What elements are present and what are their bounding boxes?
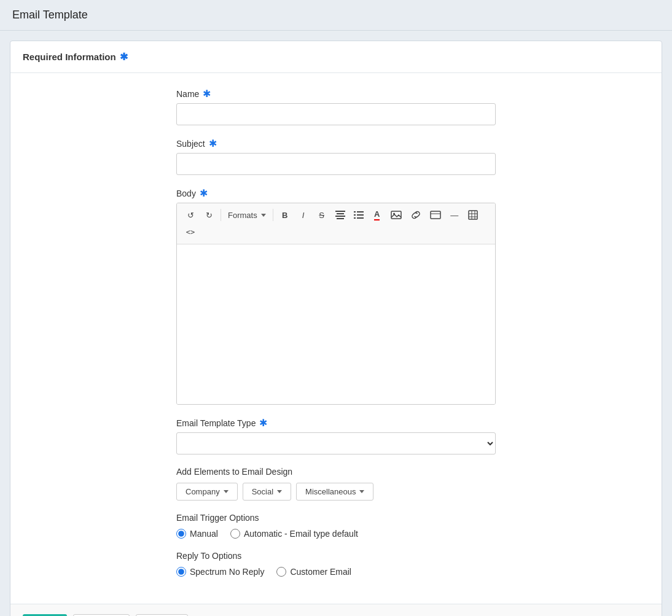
svg-rect-6 [354, 214, 356, 216]
company-label: Company [186, 487, 220, 496]
embed-button[interactable] [426, 207, 445, 223]
body-label: Body ✱ [176, 187, 496, 199]
page-title: Email Template [12, 9, 88, 21]
subject-group: Subject ✱ [176, 138, 496, 175]
spectrum-no-reply-radio[interactable] [176, 567, 186, 577]
form-body: Name ✱ Subject ✱ Body ✱ ↺ ↻ [10, 73, 662, 604]
italic-button[interactable]: I [295, 207, 312, 223]
add-elements-group: Add Elements to Email Design Company Soc… [176, 467, 496, 501]
email-template-type-group: Email Template Type ✱ [176, 417, 496, 454]
automatic-label: Automatic - Email type default [244, 529, 358, 539]
section-header: Required Information ✱ [10, 41, 662, 73]
spectrum-no-reply-option[interactable]: Spectrum No Reply [176, 567, 264, 577]
bold-button[interactable]: B [276, 207, 294, 223]
svg-rect-0 [335, 211, 345, 212]
link-icon [410, 211, 421, 219]
reply-to-radio-group: Spectrum No Reply Customer Email [176, 567, 496, 577]
svg-rect-2 [335, 216, 345, 217]
customer-email-option[interactable]: Customer Email [276, 567, 351, 577]
svg-rect-9 [357, 217, 364, 219]
strikethrough-icon: S [319, 211, 324, 220]
email-template-type-label: Email Template Type ✱ [176, 417, 496, 429]
required-star-header: ✱ [120, 51, 128, 63]
trigger-radio-group: Manual Automatic - Email type default [176, 529, 496, 539]
automatic-option[interactable]: Automatic - Email type default [230, 529, 358, 539]
section-title: Required Information [23, 52, 116, 62]
editor-toolbar: ↺ ↻ Formats B I S [177, 203, 495, 244]
miscellaneous-label: Miscellaneous [305, 487, 356, 496]
email-trigger-options-group: Email Trigger Options Manual Automatic -… [176, 513, 496, 539]
redo-button[interactable]: ↻ [200, 207, 217, 223]
automatic-radio[interactable] [230, 529, 240, 539]
svg-rect-8 [354, 217, 356, 219]
email-trigger-options-label: Email Trigger Options [176, 513, 496, 523]
svg-rect-4 [354, 211, 356, 212]
name-label: Name ✱ [176, 88, 496, 99]
formats-label: Formats [228, 211, 257, 220]
svg-rect-12 [431, 211, 440, 219]
customer-email-radio[interactable] [276, 567, 286, 577]
hr-button[interactable]: — [446, 207, 463, 223]
body-required-star: ✱ [200, 187, 208, 199]
text-color-icon: A [374, 209, 380, 220]
toolbar-divider-2 [273, 209, 273, 221]
align-icon [335, 211, 345, 219]
email-template-type-select[interactable] [176, 432, 496, 454]
svg-rect-10 [391, 211, 401, 219]
company-dropdown-button[interactable]: Company [176, 483, 238, 501]
embed-icon [430, 211, 441, 219]
manual-option[interactable]: Manual [176, 529, 218, 539]
name-input[interactable] [176, 103, 496, 125]
subject-label: Subject ✱ [176, 138, 496, 149]
toolbar-divider-1 [221, 209, 221, 221]
image-icon [391, 211, 402, 219]
subject-required-star: ✱ [209, 138, 217, 149]
manual-label: Manual [190, 529, 218, 539]
link-button[interactable] [407, 207, 425, 223]
hr-icon: — [450, 211, 458, 220]
bold-icon: B [282, 211, 287, 220]
social-label: Social [252, 487, 273, 496]
elements-buttons-group: Company Social Miscellaneous [176, 483, 496, 501]
name-required-star: ✱ [203, 88, 211, 99]
svg-rect-14 [469, 211, 477, 219]
form-footer: Save Preview Cancel [10, 604, 662, 616]
main-card: Required Information ✱ Name ✱ Subject ✱ … [10, 41, 662, 616]
formats-chevron-icon [261, 214, 266, 217]
template-type-required-star: ✱ [259, 417, 267, 429]
strikethrough-button[interactable]: S [313, 207, 330, 223]
name-group: Name ✱ [176, 88, 496, 125]
list-button[interactable] [350, 207, 367, 223]
social-dropdown-button[interactable]: Social [243, 483, 291, 501]
svg-rect-3 [337, 218, 344, 219]
page-title-bar: Email Template [0, 0, 672, 31]
company-chevron-icon [224, 490, 229, 493]
svg-rect-5 [357, 211, 364, 212]
social-chevron-icon [277, 490, 282, 493]
miscellaneous-dropdown-button[interactable]: Miscellaneous [296, 483, 373, 501]
add-elements-label: Add Elements to Email Design [176, 467, 496, 477]
customer-email-label: Customer Email [290, 567, 351, 577]
miscellaneous-chevron-icon [359, 490, 364, 493]
italic-icon: I [302, 211, 305, 220]
rich-text-editor: ↺ ↻ Formats B I S [176, 203, 496, 405]
image-button[interactable] [387, 207, 405, 223]
reply-to-options-label: Reply To Options [176, 551, 496, 561]
align-button[interactable] [332, 207, 349, 223]
list-icon [354, 211, 364, 219]
undo-button[interactable]: ↺ [182, 207, 199, 223]
manual-radio[interactable] [176, 529, 186, 539]
editor-content[interactable] [177, 244, 495, 404]
svg-rect-7 [357, 214, 364, 216]
table-button[interactable] [464, 207, 482, 223]
subject-input[interactable] [176, 153, 496, 175]
formats-dropdown[interactable]: Formats [224, 207, 270, 223]
text-color-button[interactable]: A [369, 207, 386, 223]
reply-to-options-group: Reply To Options Spectrum No Reply Custo… [176, 551, 496, 577]
code-icon: <> [186, 228, 195, 236]
spectrum-no-reply-label: Spectrum No Reply [190, 567, 264, 577]
body-group: Body ✱ ↺ ↻ Formats B I [176, 187, 496, 405]
code-button[interactable]: <> [182, 224, 199, 240]
table-icon [468, 210, 478, 220]
svg-rect-1 [337, 213, 344, 214]
